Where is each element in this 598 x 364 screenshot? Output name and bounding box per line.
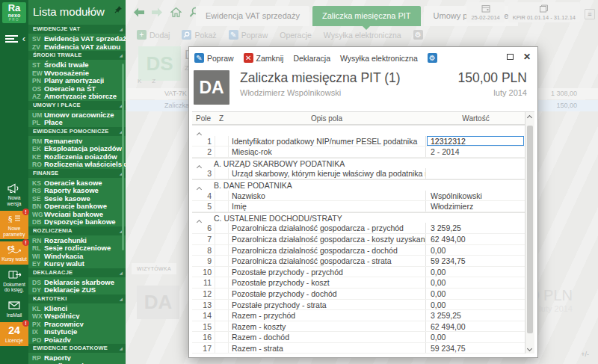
module-item-code: RO	[32, 161, 44, 167]
module-item-label: Windykacja	[44, 252, 83, 259]
module-item-ewidencja-vat-sprzeda-y[interactable]: SVEwidencja VAT sprzedaży	[28, 34, 126, 42]
module-item-deklaracje-skarbowe[interactable]: DSDeklaracje skarbowe	[28, 277, 126, 286]
rail-tile-dokument-do-ksi-g[interactable]: Dokument do księg.	[0, 267, 28, 295]
module-item-konfiguracja[interactable]: KFKonfiguracja	[28, 361, 126, 364]
alert-badge: !	[22, 209, 29, 215]
chevron-left-icon: ‹	[22, 33, 25, 45]
module-group-header[interactable]: ŚRODKI TRWAŁE ◢	[28, 51, 126, 60]
group-row[interactable]: C. USTALENIE DOCHODU/STRATY	[192, 212, 525, 223]
group-row[interactable]: B. DANE PODATNIKA	[192, 179, 525, 191]
module-item-sesje-kasowe[interactable]: SESesje kasowe	[28, 194, 126, 202]
fields-table: Pole Z Opis pola Wartość 1 Identyfikator…	[192, 111, 534, 354]
module-item-rozrachunki[interactable]: RNRozrachunki	[28, 235, 126, 244]
dialog-toolbar-deklaracja[interactable]: Deklaracja	[293, 54, 330, 63]
module-group-header[interactable]: UMOWY I PŁACE ◢	[28, 101, 126, 110]
module-item-eksploatacja-pojazd-w[interactable]: EKEksploatacja pojazdów	[28, 144, 126, 152]
module-item-wyposa-enie[interactable]: EWWyposażenie	[28, 68, 126, 76]
module-item-operacje-na-t[interactable]: OSOperacje na ŚT	[28, 84, 126, 92]
module-item-deklaracje-zus[interactable]: DYDeklaracje ZUS	[28, 285, 126, 293]
module-item-windykacja[interactable]: WIWindykacja	[28, 251, 126, 259]
field-row[interactable]: 12 Pozostałe przychody - dochód 0,00	[192, 289, 525, 300]
module-item-rozliczenia-w-a-cicielskie[interactable]: RORozliczenia właścicielskie	[28, 159, 126, 167]
module-item-dyspozycje-bankowe[interactable]: DBDyspozycje bankowe	[28, 217, 126, 225]
module-item-sesje-rozliczeniowe[interactable]: RLSesje rozliczeniowe	[28, 243, 126, 251]
dialog-toolbar-zamknij[interactable]: ✕ Zamknij	[244, 53, 284, 63]
field-z-cell	[215, 332, 228, 342]
module-group-header[interactable]: EWIDENCJE DODATKOWE ◢	[28, 344, 126, 353]
field-row[interactable]: 11 Pozostałe przychody - koszt 0,00	[192, 277, 525, 289]
dialog-toolbar-gear-icon[interactable]: ⚙	[428, 53, 437, 63]
field-row[interactable]: 8 Pozarolnicza działalność gospodarcza -…	[192, 245, 525, 256]
module-item-wyci-gi-bankowe[interactable]: WGWyciągi bankowe	[28, 209, 126, 218]
panel-scrollbar[interactable]	[122, 64, 124, 250]
module-item-code: AZ	[32, 93, 44, 99]
close-icon[interactable]: ✕	[523, 52, 531, 61]
dialog-toolbar-wysy-ka-elektroniczna[interactable]: Wysyłka elektroniczna	[340, 54, 418, 63]
module-item-instytucje[interactable]: IXInstytucje	[28, 327, 126, 335]
module-item-kursy-walut[interactable]: EYKursy walut	[28, 259, 126, 267]
rail-tile-kursy-walut[interactable]: €$ Kursy walut !	[0, 241, 28, 265]
field-value: 62 494,00	[425, 321, 525, 332]
field-z-cell	[215, 146, 228, 157]
field-value: 2 - 2014	[425, 146, 525, 157]
module-item-operacje-bankowe[interactable]: BNOperacje bankowe	[28, 201, 126, 209]
module-item-ewidencja-vat-zakupu[interactable]: ZVEwidencja VAT zakupu	[28, 42, 126, 50]
module-item-plany-amortyzacji[interactable]: PNPlany amortyzacji	[28, 75, 126, 84]
module-item-amortyzacje-zbiorcze[interactable]: AZAmortyzacje zbiorcze	[28, 91, 126, 99]
value-input[interactable]: 12312312	[427, 136, 524, 146]
rail-tile-nowa-wersja[interactable]: Nowa wersja	[0, 180, 28, 209]
field-row[interactable]: 14 Razem - przychód 3 259,25	[192, 310, 525, 321]
module-item-raporty[interactable]: RPRaporty	[28, 353, 126, 361]
module-item-rozliczenia-pojazd-w[interactable]: KERozliczenia pojazdów	[28, 152, 126, 160]
rail-tile-nowe-parametry[interactable]: § Nowe parametry !	[0, 211, 28, 239]
module-item-raporty-kasowe[interactable]: RSRaporty kasowe	[28, 185, 126, 194]
field-row[interactable]: 5 Imię Włodzimierz	[192, 201, 525, 212]
module-group-header[interactable]: DEKLARACJE ◢	[28, 268, 126, 277]
dialog-toolbar-popraw[interactable]: ✎ Popraw	[194, 53, 234, 63]
field-row[interactable]: 3 Urząd skarbowy, którym kieruje właściw…	[192, 168, 525, 179]
module-item-pojazdy[interactable]: POPojazdy	[28, 335, 126, 343]
module-group-header[interactable]: EWIDENCJE POMOCNICZE ◢	[28, 127, 126, 136]
field-row[interactable]: 15 Razem - koszty 62 494,00	[192, 321, 525, 333]
field-row[interactable]: 17 Razem - strata 59 234,75	[192, 343, 525, 354]
field-row[interactable]: 10 Pozostałe przychody - przychód 0,00	[192, 267, 525, 278]
collapse-sidebar-button[interactable]: ‹	[4, 33, 26, 46]
module-item-remanenty[interactable]: RMRemanenty	[28, 136, 126, 144]
group-row[interactable]	[192, 125, 525, 136]
field-row[interactable]: 4 Nazwisko Wspólnikowski	[192, 191, 525, 202]
module-item-umowy-pracownicze[interactable]: UMUmowy pracownicze	[28, 110, 126, 118]
rail-tile-insmail[interactable]: InsMail	[0, 297, 28, 321]
module-item-wsp-lnicy[interactable]: WXWspólnicy	[28, 311, 126, 319]
module-group-header[interactable]: KARTOTEKI ◢	[28, 294, 126, 303]
module-group-header[interactable]: EWIDENCJE VAT ◢	[28, 25, 126, 34]
module-item-code: BN	[32, 203, 44, 209]
dialog-toolbar-label: Popraw	[207, 54, 234, 63]
field-row[interactable]: 6 Pozarolnicza działalność gospodarcza -…	[192, 223, 525, 234]
maximize-icon[interactable]	[507, 54, 514, 60]
field-row[interactable]: 2 Miesiąc-rok 2 - 2014	[192, 146, 525, 158]
field-row[interactable]: 9 Pozarolnicza działalność gospodarcza -…	[192, 256, 525, 267]
module-item-pracownicy[interactable]: PXPracownicy	[28, 319, 126, 327]
scroll-up-icon[interactable]	[527, 115, 532, 120]
module-item-p-ace[interactable]: PLPłace	[28, 117, 126, 126]
pin-icon[interactable]	[114, 3, 123, 11]
module-group-header[interactable]: FINANSE ◢	[28, 169, 126, 178]
close-red-icon: ✕	[244, 53, 253, 63]
field-row[interactable]: 1 Identyfikator podatkowy NIP/numer PESE…	[192, 136, 525, 147]
module-item-label: Umowy pracownicze	[44, 111, 114, 118]
field-row[interactable]: 13 Pozstałe przychody - strata 0,00	[192, 300, 525, 311]
scrollbar-thumb[interactable]	[527, 126, 533, 333]
field-row[interactable]: 16 Razem - dochód 0,00	[192, 332, 525, 343]
field-row[interactable]: 7 Pozarolnicza działalność gospodarcza -…	[192, 234, 525, 245]
table-scrollbar[interactable]	[525, 112, 534, 354]
field-description: Urząd skarbowy, którym kieruje właściwy …	[228, 168, 425, 179]
rail-tile-licencje[interactable]: 24 Licencje !	[0, 322, 28, 346]
group-row[interactable]: A. URZĄD SKARBOWY PODATNIKA	[192, 158, 525, 169]
scroll-down-icon[interactable]	[527, 346, 532, 351]
module-item-klienci[interactable]: KLKlienci	[28, 303, 126, 312]
module-item-rodki-trwa-e[interactable]: STŚrodki trwałe	[28, 60, 126, 68]
module-item-operacje-kasowe[interactable]: KSOperacje kasowe	[28, 178, 126, 186]
module-group-header[interactable]: ROZLICZENIA ◢	[28, 226, 126, 235]
module-item-code: ST	[32, 61, 44, 68]
module-group: EWIDENCJE POMOCNICZE ◢ RMRemanenty EKEks…	[28, 127, 126, 167]
